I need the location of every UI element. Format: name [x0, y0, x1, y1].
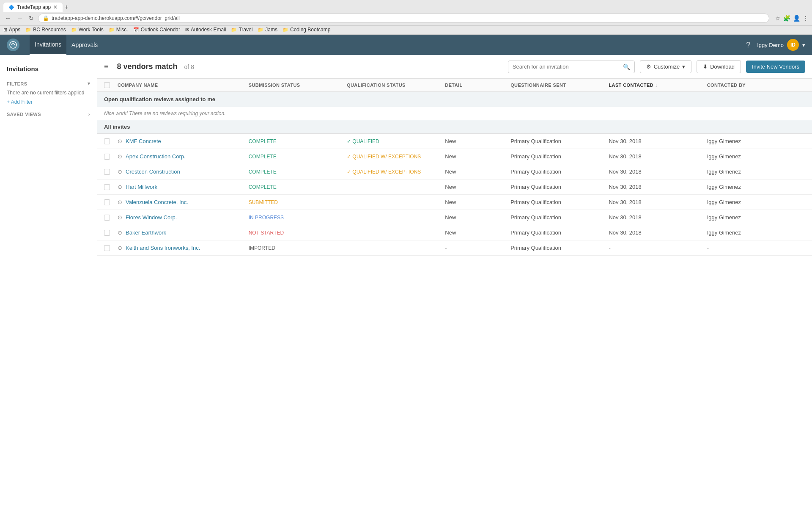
submission-status: COMPLETE: [249, 168, 347, 175]
sidebar: Invitations FILTERS ▾ There are no curre…: [0, 55, 97, 508]
url-bar[interactable]: 🔒 tradetapp-app-demo.herokuapp.com/#/gc/…: [38, 14, 769, 23]
user-dropdown-icon: ▾: [802, 42, 805, 48]
nav-invitations[interactable]: Invitations: [30, 35, 66, 55]
questionnaire-cell: Primary Qualification: [510, 245, 609, 251]
url-lock-icon: 🔒: [43, 15, 49, 21]
company-link[interactable]: Valenzuela Concrete, Inc.: [126, 199, 188, 205]
new-tab-button[interactable]: +: [64, 3, 68, 11]
customize-button[interactable]: ⚙ Customize ▾: [640, 60, 691, 73]
th-checkbox[interactable]: [104, 82, 118, 88]
download-button[interactable]: ⬇ Download: [697, 60, 741, 73]
bookmarks-bar: ⊞ Apps 📁 BC Resources 📁 Work Tools 📁 Mis…: [0, 26, 812, 35]
help-icon[interactable]: ?: [746, 41, 750, 50]
table-row[interactable]: ⊙ Crestcon Construction COMPLETE ✓ QUALI…: [97, 164, 812, 179]
questionnaire-cell: Primary Qualification: [510, 214, 609, 221]
company-link[interactable]: Hart Millwork: [126, 184, 157, 190]
company-icon: ⊙: [118, 168, 122, 175]
company-link[interactable]: KMF Concrete: [126, 138, 161, 144]
bookmark-button[interactable]: ☆: [775, 15, 781, 22]
company-link[interactable]: Flores Window Corp.: [126, 214, 177, 221]
bookmark-wt-icon: 📁: [71, 27, 77, 33]
th-detail[interactable]: DETAIL: [445, 82, 510, 88]
bookmark-work-tools[interactable]: 📁 Work Tools: [71, 27, 104, 33]
table-row[interactable]: ⊙ Flores Window Corp. IN PROGRESS New Pr…: [97, 210, 812, 225]
row-checkbox[interactable]: [104, 138, 118, 144]
contacted-by-cell: Iggy Gimenez: [707, 138, 805, 144]
reload-button[interactable]: ↻: [27, 14, 36, 22]
bookmark-misc[interactable]: 📁 Misc.: [109, 27, 128, 33]
row-checkbox[interactable]: [104, 245, 118, 251]
company-name: ⊙ Keith and Sons Ironworks, Inc.: [118, 245, 249, 251]
qualification-status-cell: ✓ QUALIFIED W/ EXCEPTIONS: [347, 169, 445, 175]
last-contacted-cell: -: [609, 245, 707, 251]
vendors-count: 8 vendors match: [117, 62, 178, 71]
bookmark-jams[interactable]: 📁 Jams: [258, 27, 277, 33]
row-checkbox[interactable]: [104, 169, 118, 175]
bookmark-outlook[interactable]: 📅 Outlook Calendar: [133, 27, 180, 33]
add-filter-link[interactable]: + Add Filter: [7, 99, 33, 105]
browser-tab[interactable]: 🔷 TradeTapp app ✕: [3, 3, 63, 12]
bookmark-bc-resources[interactable]: 📁 BC Resources: [25, 27, 66, 33]
company-icon: ⊙: [118, 229, 122, 236]
nav-approvals[interactable]: Approvals: [66, 35, 103, 55]
company-icon: ⊙: [118, 184, 122, 190]
customize-icon: ⚙: [646, 64, 651, 70]
search-box[interactable]: 🔍: [508, 61, 635, 73]
extensions-button[interactable]: 🧩: [783, 15, 790, 22]
search-input[interactable]: [513, 64, 620, 70]
th-contacted-by[interactable]: CONTACTED BY: [707, 82, 805, 88]
tab-close-button[interactable]: ✕: [53, 4, 58, 10]
questionnaire-cell: Primary Qualification: [510, 199, 609, 205]
bookmark-autodesk[interactable]: ✉ Autodesk Email: [185, 27, 226, 33]
row-checkbox[interactable]: [104, 154, 118, 160]
table-row[interactable]: ⊙ Valenzuela Concrete, Inc. SUBMITTED Ne…: [97, 195, 812, 210]
row-checkbox[interactable]: [104, 230, 118, 236]
th-questionnaire-sent[interactable]: QUESTIONNAIRE SENT: [510, 82, 609, 88]
menu-icon[interactable]: ≡: [104, 62, 109, 71]
table-row[interactable]: ⊙ Keith and Sons Ironworks, Inc. IMPORTE…: [97, 240, 812, 256]
last-contacted-cell: Nov 30, 2018: [609, 138, 707, 144]
vendor-table: COMPANY NAME SUBMISSION STATUS QUALIFICA…: [97, 79, 812, 256]
main-layout: Invitations FILTERS ▾ There are no curre…: [0, 55, 812, 508]
row-checkbox[interactable]: [104, 215, 118, 221]
th-qualification-status[interactable]: QUALIFICATION STATUS: [347, 82, 445, 88]
detail-cell: New: [445, 229, 510, 236]
last-contacted-cell: Nov 30, 2018: [609, 168, 707, 175]
table-row[interactable]: ⊙ KMF Concrete COMPLETE ✓ QUALIFIED New …: [97, 134, 812, 149]
submission-status: IN PROGRESS: [249, 214, 347, 221]
bookmark-coding[interactable]: 📁 Coding Bootcamp: [283, 27, 330, 33]
bookmark-misc-label: Misc.: [116, 27, 128, 33]
company-icon: ⊙: [118, 138, 122, 144]
qualification-status: ✓ QUALIFIED W/ EXCEPTIONS: [347, 169, 445, 175]
back-button[interactable]: ←: [3, 14, 13, 22]
contacted-by-cell: Iggy Gimenez: [707, 214, 805, 221]
submission-status: SUBMITTED: [249, 199, 347, 205]
company-link[interactable]: Crestcon Construction: [126, 168, 180, 175]
table-row[interactable]: ⊙ Apex Construction Corp. COMPLETE ✓ QUA…: [97, 149, 812, 164]
saved-views-header[interactable]: SAVED VIEWS ›: [7, 112, 90, 117]
bookmark-apps[interactable]: ⊞ Apps: [3, 27, 20, 33]
company-name: ⊙ Apex Construction Corp.: [118, 153, 249, 160]
company-link[interactable]: Keith and Sons Ironworks, Inc.: [126, 245, 200, 251]
bookmark-travel[interactable]: 📁 Travel: [231, 27, 252, 33]
profile-button[interactable]: 👤: [793, 15, 800, 22]
table-row[interactable]: ⊙ Hart Millwork COMPLETE New Primary Qua…: [97, 179, 812, 195]
filters-header[interactable]: FILTERS ▾: [7, 81, 90, 86]
contacted-by-cell: Iggy Gimenez: [707, 168, 805, 175]
menu-button[interactable]: ⋮: [803, 15, 809, 22]
table-row[interactable]: ⊙ Baker Earthwork NOT STARTED New Primar…: [97, 225, 812, 240]
contacted-by-cell: Iggy Gimenez: [707, 229, 805, 236]
company-link[interactable]: Apex Construction Corp.: [126, 153, 186, 160]
th-submission-status[interactable]: SUBMISSION STATUS: [249, 82, 347, 88]
detail-cell: -: [445, 245, 510, 251]
row-checkbox[interactable]: [104, 184, 118, 190]
user-menu[interactable]: Iggy Demo ID ▾: [757, 39, 805, 51]
company-link[interactable]: Baker Earthwork: [126, 229, 166, 236]
header-checkbox[interactable]: [104, 82, 110, 88]
invite-new-vendors-button[interactable]: Invite New Vendors: [746, 61, 805, 73]
forward-button[interactable]: →: [15, 14, 25, 22]
th-last-contacted[interactable]: LAST CONTACTED ↓: [609, 82, 707, 88]
th-company-name[interactable]: COMPANY NAME: [118, 82, 249, 88]
row-checkbox[interactable]: [104, 199, 118, 205]
detail-cell: New: [445, 168, 510, 175]
